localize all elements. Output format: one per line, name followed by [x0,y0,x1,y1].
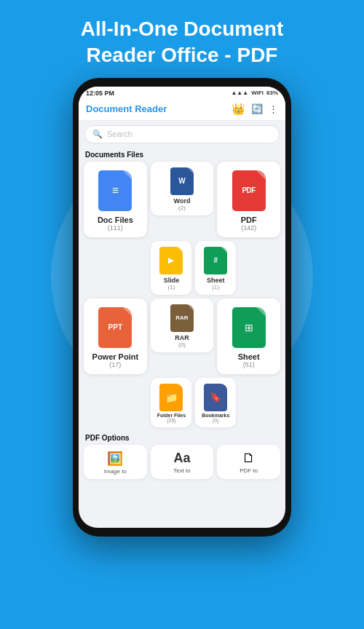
slide-body: ▶ [159,247,183,274]
doc-files-label: Doc Files [98,215,133,224]
search-placeholder: Search [107,130,132,138]
scroll-area[interactable]: Documents Files ≡ [79,148,285,528]
word-text: W [178,177,185,185]
word-label: Word [174,197,191,205]
sheet-big-symbol: ⊞ [245,322,253,333]
crown-icon[interactable]: 👑 [232,103,245,116]
section-documents-title: Documents Files [84,148,280,162]
rar-count: (0) [178,341,186,348]
scroll-area-inner: Documents Files ≡ [84,148,280,479]
sheet-card[interactable]: # Sheet (1) [195,241,236,295]
slide-symbol: ▶ [168,256,174,264]
slide-icon: ▶ [159,247,183,274]
slide-card[interactable]: ▶ Slide (1) [151,241,191,295]
section-documents: Documents Files ≡ [84,148,280,427]
phone-screen: 12:05 PM ▲▲▲ WiFi 83% Document Reader 👑 … [79,87,285,528]
ppt-icon: PPT [98,307,132,348]
clock: 12:05 PM [86,90,114,97]
image-to-card[interactable]: 🖼️ Image to [84,445,147,479]
slide-count: (1) [168,284,175,290]
more-icon[interactable]: ⋮ [269,103,278,114]
pdf-label: PDF [241,215,257,224]
ppt-body: PPT [98,307,132,348]
pdf-card[interactable]: PDF PDF (142) [217,162,280,237]
status-icons: ▲▲▲ WiFi 83% [231,90,278,97]
sheet-big-label: Sheet [238,352,260,361]
sheet-count: (1) [212,284,219,290]
app-bar: Document Reader 👑 🔄 ⋮ [79,98,285,121]
text-to-icon: Aa [173,451,190,466]
rar-body: RAR [170,304,194,332]
image-to-label: Image to [104,468,127,475]
search-icon: 🔍 [92,130,103,139]
word-count: (2) [178,205,186,211]
wifi-icon: WiFi [251,90,264,96]
phone-frame: 12:05 PM ▲▲▲ WiFi 83% Document Reader 👑 … [0,78,364,537]
es-icon: 📁 [159,384,183,411]
pdf-to-icon: 🗋 [242,451,256,466]
rar-card[interactable]: RAR RAR (0) [151,298,214,352]
pdf-body: PDF [232,170,266,211]
text-to-card[interactable]: Aa Text to [151,445,214,479]
sheet-icon: # [204,247,227,274]
es-symbol: 📁 [165,392,178,403]
image-to-icon: 🖼️ [107,451,123,467]
signal-icon: ▲▲▲ [231,90,248,96]
bookmarks-label: Bookmarks [202,413,229,418]
docs-row-1: ≡ Doc Files (111) [84,162,280,237]
app-bar-actions[interactable]: 👑 🔄 ⋮ [232,103,278,116]
pdf-icon: PDF [232,170,266,211]
app-title: Document Reader [86,103,232,114]
bookmarks-icon: 🔖 [204,384,227,411]
doc-files-count: (111) [108,224,123,232]
ppt-text: PPT [108,323,122,331]
section-pdf-title: PDF Options [84,431,280,445]
bookmarks-body: 🔖 [204,384,227,411]
es-label: Folder Files [157,413,186,418]
bookmarks-symbol: 🔖 [210,392,221,403]
doc-files-card[interactable]: ≡ Doc Files (111) [84,162,147,237]
docs-row-4: 📁 Folder Files (26) [151,378,280,427]
es-count: (26) [167,418,175,423]
rar-icon: RAR [170,304,194,332]
pdf-options-grid: 🖼️ Image to Aa Text to 🗋 [84,445,280,479]
es-card[interactable]: 📁 Folder Files (26) [151,378,191,427]
pdf-text: PDF [242,186,256,194]
ppt-label: Power Point [92,352,139,361]
bookmarks-count: (0) [213,418,219,423]
bookmarks-card[interactable]: 🔖 Bookmarks (0) [195,378,236,427]
sheet-big-count: (51) [243,361,255,368]
ppt-count: (17) [109,361,121,368]
pdf-count: (142) [241,224,256,232]
doc-files-body: ≡ [98,170,132,211]
section-pdf-options: PDF Options 🖼️ Image to Aa [84,431,280,479]
sheet-body: # [204,247,227,274]
status-bar: 12:05 PM ▲▲▲ WiFi 83% [79,87,285,98]
search-bar[interactable]: 🔍 Search [84,125,280,143]
word-card[interactable]: W Word (2) [151,162,214,215]
doc-files-lines: ≡ [112,184,119,197]
hero-title: All-In-One Document Reader Office - PDF [0,0,364,78]
refresh-icon[interactable]: 🔄 [251,103,263,114]
word-body: W [170,167,194,195]
docs-row-3: PPT Power Point (17) [84,298,280,374]
rar-symbol: RAR [175,314,188,321]
page-container: All-In-One Document Reader Office - PDF … [0,0,364,629]
ppt-card[interactable]: PPT Power Point (17) [84,298,147,374]
battery-label: 83% [266,90,278,96]
es-body: 📁 [159,384,183,411]
sheet-big-card[interactable]: ⊞ Sheet (51) [217,298,280,374]
slide-label: Slide [164,277,180,284]
pdf-to-label: PDF to [240,467,258,474]
text-to-label: Text to [173,467,191,474]
phone-device: 12:05 PM ▲▲▲ WiFi 83% Document Reader 👑 … [73,78,291,537]
pdf-to-card[interactable]: 🗋 PDF to [217,445,280,479]
sheet-label: Sheet [207,277,225,284]
sheet-symbol: # [213,256,218,264]
rar-label: RAR [175,334,189,341]
docs-row-2: ▶ Slide (1) [151,241,280,295]
sheet-big-body: ⊞ [232,307,266,348]
sheet-big-icon: ⊞ [232,307,266,348]
doc-files-icon: ≡ [98,170,132,211]
word-icon: W [170,167,194,195]
